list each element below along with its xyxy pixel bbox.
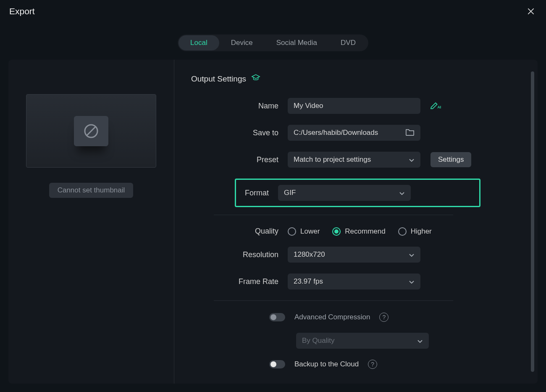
framerate-select[interactable]: 23.97 fps: [288, 274, 420, 289]
no-thumbnail-icon: [83, 123, 100, 139]
tab-social-media[interactable]: Social Media: [265, 35, 329, 50]
quality-recommend[interactable]: Recommend: [332, 227, 385, 236]
advanced-compression-toggle[interactable]: [269, 313, 285, 321]
quality-higher-label: Higher: [411, 227, 432, 236]
quality-lower[interactable]: Lower: [288, 227, 320, 236]
radio-icon: [288, 227, 296, 236]
divider: [214, 300, 453, 301]
framerate-value: 23.97 fps: [294, 277, 323, 286]
export-tabs: Local Device Social Media DVD: [178, 34, 368, 51]
framerate-label: Frame Rate: [191, 277, 288, 286]
quality-higher[interactable]: Higher: [398, 227, 432, 236]
help-icon[interactable]: ?: [368, 360, 377, 369]
format-select[interactable]: GIF: [278, 185, 411, 201]
chevron-down-icon: [399, 190, 405, 196]
svg-line-1: [87, 127, 95, 135]
tab-local[interactable]: Local: [178, 35, 219, 50]
section-title: Output Settings: [191, 74, 246, 84]
backup-cloud-label: Backup to the Cloud: [294, 360, 359, 368]
saveto-input[interactable]: C:/Users/habib/Downloads: [288, 125, 420, 141]
quality-label: Quality: [191, 227, 288, 236]
preset-select[interactable]: Match to project settings: [288, 152, 420, 168]
preset-label: Preset: [191, 155, 288, 164]
close-button[interactable]: [525, 5, 537, 17]
resolution-select[interactable]: 1280x720: [288, 247, 420, 263]
thumbnail-preview: [26, 94, 156, 168]
saveto-label: Save to: [191, 129, 288, 137]
saveto-value: C:/Users/habib/Downloads: [294, 129, 378, 137]
quality-lower-label: Lower: [300, 227, 320, 236]
compression-mode-select: By Quality: [296, 333, 429, 349]
chevron-down-icon: [409, 279, 415, 284]
svg-text:AI: AI: [437, 105, 441, 109]
quality-recommend-label: Recommend: [345, 227, 385, 236]
help-icon[interactable]: ?: [379, 313, 388, 322]
compression-mode-value: By Quality: [302, 337, 334, 345]
divider: [214, 215, 453, 215]
tab-device[interactable]: Device: [219, 35, 265, 50]
advanced-compression-label: Advanced Compression: [294, 313, 370, 321]
window-title: Export: [9, 6, 35, 16]
format-value: GIF: [284, 189, 296, 197]
tab-dvd[interactable]: DVD: [329, 35, 368, 50]
close-icon: [527, 7, 535, 16]
radio-icon: [398, 227, 407, 236]
ai-rename-icon[interactable]: AI: [430, 100, 441, 111]
radio-checked-icon: [332, 227, 341, 236]
name-label: Name: [191, 102, 288, 110]
toggle-knob-icon: [270, 314, 276, 320]
resolution-label: Resolution: [191, 250, 288, 259]
chevron-down-icon: [409, 157, 415, 163]
thumbnail-button: Cannot set thumbnail: [49, 183, 134, 198]
settings-button[interactable]: Settings: [430, 152, 471, 167]
chevron-down-icon: [417, 338, 423, 344]
no-thumbnail-tile: [74, 116, 108, 146]
backup-cloud-toggle[interactable]: [269, 360, 285, 368]
toggle-knob-icon: [270, 361, 276, 367]
name-input[interactable]: My Video: [288, 98, 420, 114]
folder-icon[interactable]: [405, 128, 415, 138]
format-label: Format: [236, 189, 278, 197]
scrollbar[interactable]: [531, 71, 534, 372]
resolution-value: 1280x720: [294, 250, 325, 259]
chevron-down-icon: [409, 252, 415, 258]
preset-value: Match to project settings: [294, 155, 371, 164]
graduation-cap-icon[interactable]: [251, 73, 260, 84]
name-value: My Video: [294, 102, 323, 110]
